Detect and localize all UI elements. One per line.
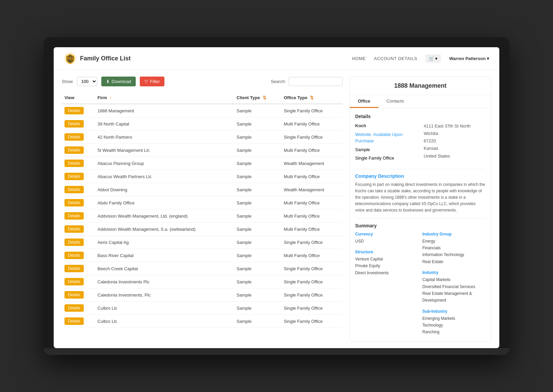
client-type-cell: Sample <box>234 223 281 236</box>
details-button[interactable]: Details <box>64 107 84 114</box>
table-row: Details Caledonia Investments Plc Sample… <box>62 275 343 288</box>
client-type-cell: Sample <box>234 249 281 262</box>
download-button[interactable]: ⬇ Download <box>101 77 136 86</box>
detail-website[interactable]: Website: Available Upon Purchase <box>355 131 417 144</box>
details-button[interactable]: Details <box>64 225 84 233</box>
details-button[interactable]: Details <box>64 160 84 167</box>
table-row: Details 5t Wealth Management Llc Sample … <box>62 144 343 157</box>
industry-group-values: EnergyFinancialsInformation TechnologyRe… <box>422 238 485 265</box>
tab-office[interactable]: Office <box>350 95 378 108</box>
detail-info-left: Koch Website: Available Upon Purchase Sa… <box>355 122 417 164</box>
details-section-title: Details <box>355 114 485 119</box>
details-cell: Details <box>62 209 95 223</box>
sort-icon-client: ⇅ <box>263 95 266 100</box>
svg-text:FO: FO <box>68 56 73 61</box>
brand-title: Family Office List <box>80 55 131 62</box>
details-button[interactable]: Details <box>64 252 84 259</box>
office-type-cell: Single Family Office <box>281 262 343 275</box>
office-type-cell: Multi Family Office <box>281 223 343 236</box>
show-select[interactable]: 100 50 25 <box>77 77 97 86</box>
details-button[interactable]: Details <box>64 304 84 312</box>
details-button[interactable]: Details <box>64 186 84 193</box>
details-button[interactable]: Details <box>64 291 84 299</box>
details-button[interactable]: Details <box>64 133 84 141</box>
office-type-cell: Wealth Management <box>281 157 343 170</box>
tab-contacts[interactable]: Contacts <box>378 95 412 108</box>
firm-cell: Abbot Downing <box>95 183 234 196</box>
table-row: Details 42 North Partners Sample Single … <box>62 131 343 144</box>
client-type-cell: Sample <box>234 209 281 223</box>
detail-office-type: Single Family Office <box>355 155 417 162</box>
sort-icon: ↑ <box>110 95 112 100</box>
firm-cell: Culbro Llc <box>95 315 234 328</box>
details-cell: Details <box>62 275 95 288</box>
details-button[interactable]: Details <box>64 265 84 272</box>
table-row: Details Abbot Downing Sample Wealth Mana… <box>62 183 343 196</box>
client-type-cell: Sample <box>234 236 281 249</box>
details-button[interactable]: Details <box>64 317 84 325</box>
table-row: Details Abacus Wealth Partners Llc Sampl… <box>62 170 343 183</box>
nav-account-details[interactable]: ACCOUNT DETAILS <box>374 56 417 61</box>
firm-cell: Caledonia Investments, Plc <box>95 288 234 302</box>
firm-cell: Caledonia Investments Plc <box>95 275 234 288</box>
col-office-type[interactable]: Office Type ⇅ <box>281 92 343 104</box>
detail-info-grid: Koch Website: Available Upon Purchase Sa… <box>355 122 485 164</box>
table-row: Details Caledonia Investments, Plc Sampl… <box>62 288 343 302</box>
firm-cell: Addvision Wealth Management, Ltd. (engla… <box>95 209 234 223</box>
structure-values: Venture CapitalPrivate EquityDirect Inve… <box>355 256 418 276</box>
details-button[interactable]: Details <box>64 173 84 180</box>
table-row: Details Bass River Capital Sample Multi … <box>62 249 343 262</box>
office-type-cell: Multi Family Office <box>281 196 343 209</box>
sub-industry-values: Emerging MarketsTechnologyRanching <box>422 315 485 336</box>
office-type-cell: Single Family Office <box>281 302 343 315</box>
office-type-cell: Multi Family Office <box>281 117 343 131</box>
filter-button[interactable]: ▽ Filter <box>140 77 164 86</box>
firm-cell: Addvision Wealth Management, S.a. (switw… <box>95 223 234 236</box>
nav-cart[interactable]: 🛒 ▾ <box>425 54 441 63</box>
currency-label: Currency <box>355 232 418 236</box>
client-type-cell: Sample <box>234 144 281 157</box>
firm-cell: Beech Creek Capital <box>95 262 234 275</box>
laptop-bottom <box>44 348 509 355</box>
details-button[interactable]: Details <box>64 146 84 154</box>
firm-cell: Aeris Capital Ag <box>95 236 234 249</box>
structure-label: Structure <box>355 250 418 254</box>
client-type-cell: Sample <box>234 117 281 131</box>
search-label: Search: <box>271 79 286 84</box>
brand: FO Family Office List <box>64 52 131 65</box>
details-button[interactable]: Details <box>64 120 84 128</box>
firm-cell: 5t Wealth Management Llc <box>95 144 234 157</box>
search-input[interactable] <box>289 77 343 86</box>
details-cell: Details <box>62 104 95 117</box>
details-button[interactable]: Details <box>64 199 84 206</box>
nav-home[interactable]: HOME <box>352 56 366 61</box>
detail-client-type: Sample <box>355 146 417 153</box>
details-cell: Details <box>62 315 95 328</box>
summary-col-left: Currency USD Structure Venture CapitalPr… <box>355 232 418 336</box>
firm-cell: 39 North Capital <box>95 117 234 131</box>
details-button[interactable]: Details <box>64 239 84 246</box>
col-client-type[interactable]: Client Type ⇅ <box>234 92 281 104</box>
table-row: Details 1888 Management Sample Single Fa… <box>62 104 343 117</box>
details-cell: Details <box>62 196 95 209</box>
client-type-cell: Sample <box>234 196 281 209</box>
nav-user[interactable]: Warren Patterson ▾ <box>449 56 489 61</box>
detail-tabs: Office Contacts <box>350 95 491 108</box>
table-controls: Show 100 50 25 ⬇ Download ▽ Filter <box>62 77 343 86</box>
client-type-cell: Sample <box>234 183 281 196</box>
details-button[interactable]: Details <box>64 278 84 285</box>
firm-cell: 1888 Management <box>95 104 234 117</box>
firm-cell: Abacus Planning Group <box>95 157 234 170</box>
navbar: FO Family Office List HOME ACCOUNT DETAI… <box>54 47 499 70</box>
col-firm[interactable]: Firm ↑ <box>95 92 234 104</box>
table-row: Details Culbro Llc Sample Single Family … <box>62 302 343 315</box>
sort-icon-office: ⇅ <box>310 95 314 100</box>
details-cell: Details <box>62 131 95 144</box>
sub-industry-label: Sub-Industry <box>422 309 485 314</box>
brand-logo-icon: FO <box>64 52 77 65</box>
industry-label: Industry <box>422 270 485 275</box>
table-row: Details Abacus Planning Group Sample Wea… <box>62 157 343 170</box>
firm-cell: Culbro Llc <box>95 302 234 315</box>
table-row: Details Addvision Wealth Management, S.a… <box>62 223 343 236</box>
details-button[interactable]: Details <box>64 212 84 220</box>
